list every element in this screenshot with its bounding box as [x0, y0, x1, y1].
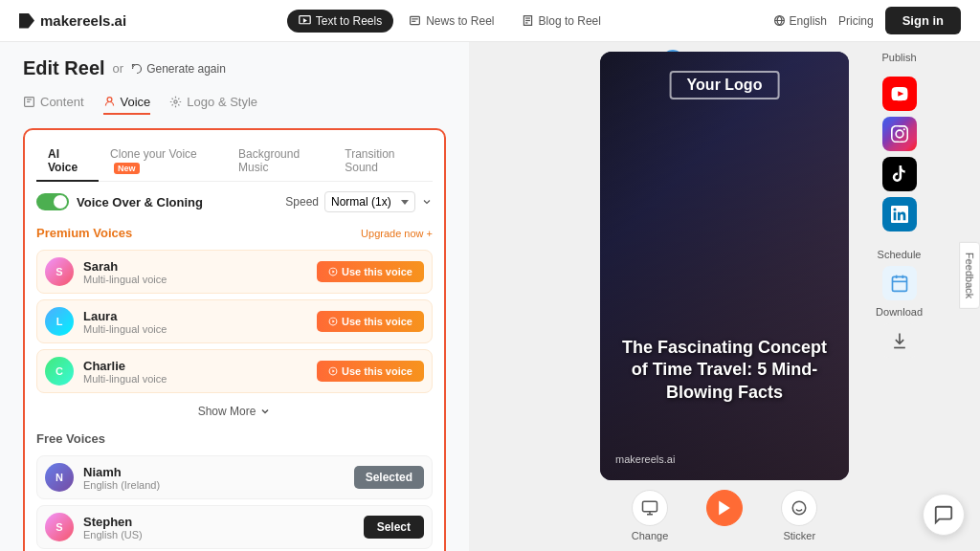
left-panel: Edit Reel or Generate again Content Voic…: [0, 42, 469, 551]
page-title: Edit Reel: [23, 57, 105, 79]
voice-info-niamh: Niamh English (Ireland): [83, 465, 354, 491]
voice-panel: AI Voice Clone your Voice New Background…: [23, 128, 446, 551]
voice-avatar-niamh: N: [45, 463, 74, 492]
tab-content[interactable]: Content: [23, 95, 84, 115]
download-button[interactable]: [882, 323, 917, 358]
publish-instagram-button[interactable]: [882, 117, 917, 151]
voice-avatar-stephen: S: [45, 513, 74, 541]
video-logo: Your Logo: [670, 71, 780, 99]
publish-platforms: [882, 77, 917, 231]
svg-point-11: [107, 98, 112, 102]
schedule-label: Schedule: [878, 249, 922, 260]
logo[interactable]: makereels.ai: [19, 12, 126, 29]
schedule-download-group: Schedule Download: [876, 249, 923, 358]
publish-sidebar: Publish Schedule D: [876, 52, 923, 358]
tab-logo-style-label: Logo & Style: [187, 95, 257, 109]
svg-marker-14: [719, 501, 730, 516]
voice-sub-tabs: AI Voice Clone your Voice New Background…: [36, 142, 433, 182]
voice-over-toggle[interactable]: [36, 193, 69, 210]
signin-button[interactable]: Sign in: [885, 7, 961, 34]
video-watermark: makereels.ai: [615, 453, 675, 465]
voice-item-stephen: S Stephen English (US) Select: [36, 505, 433, 549]
voice-name-niamh: Niamh: [83, 465, 354, 479]
or-label: or: [113, 61, 124, 76]
change-label: Change: [632, 530, 669, 541]
use-voice-sarah-button[interactable]: Use this voice: [317, 261, 424, 282]
speed-wrap: Speed Normal (1x) Slow (0.75x) Fast (1.2…: [285, 191, 433, 212]
edit-header: Edit Reel or Generate again: [23, 57, 446, 79]
sub-tab-background-music[interactable]: Background Music: [227, 142, 333, 182]
sub-tab-transition-sound[interactable]: Transition Sound: [333, 142, 433, 182]
speed-select[interactable]: Normal (1x) Slow (0.75x) Fast (1.25x): [324, 191, 415, 212]
voice-avatar-laura: L: [45, 307, 74, 336]
select-stephen-button[interactable]: Select: [364, 516, 424, 539]
voice-item-sarah: S Sarah Multi-lingual voice Use this voi…: [36, 250, 433, 294]
nav-text-to-reels-label: Text to Reels: [316, 14, 382, 28]
voice-item-niamh: N Niamh English (Ireland) Selected: [36, 455, 433, 499]
logo-icon: [19, 13, 34, 29]
voice-lang-charlie: Multi-lingual voice: [83, 373, 317, 385]
sub-tab-clone-voice[interactable]: Clone your Voice New: [99, 142, 227, 182]
publish-youtube-button[interactable]: [882, 77, 917, 111]
svg-rect-16: [892, 276, 906, 291]
header-nav: Text to Reels News to Reel Blog to Reel: [287, 10, 612, 33]
schedule-button[interactable]: [882, 266, 917, 300]
nav-news-to-reel[interactable]: News to Reel: [397, 10, 505, 33]
sticker-button[interactable]: Sticker: [781, 490, 817, 541]
nav-text-to-reels[interactable]: Text to Reels: [287, 10, 393, 33]
nav-blog-to-reel-label: Blog to Reel: [539, 14, 601, 28]
play-button[interactable]: [706, 490, 743, 541]
tab-logo-style[interactable]: Logo & Style: [169, 95, 257, 115]
change-button[interactable]: Change: [632, 490, 669, 541]
voice-name-charlie: Charlie: [83, 359, 317, 373]
language-label: English: [790, 14, 827, 28]
video-overlay: [600, 52, 849, 480]
voice-lang-stephen: English (US): [83, 529, 364, 540]
right-panel: Your Logo The Fascinating Concept of Tim…: [469, 42, 980, 551]
use-voice-charlie-button[interactable]: Use this voice: [317, 361, 424, 382]
nav-blog-to-reel[interactable]: Blog to Reel: [510, 10, 612, 33]
page-tabs: Content Voice Logo & Style: [23, 95, 446, 115]
publish-linkedin-button[interactable]: [882, 197, 917, 231]
upgrade-now-link[interactable]: Upgrade now +: [361, 228, 433, 239]
pricing-button[interactable]: Pricing: [838, 14, 874, 28]
nav-news-to-reel-label: News to Reel: [426, 14, 494, 28]
sticker-icon: [781, 490, 817, 526]
generate-again-button[interactable]: Generate again: [131, 62, 226, 76]
show-more-premium[interactable]: Show More: [36, 399, 433, 424]
use-voice-laura-button[interactable]: Use this voice: [317, 311, 424, 332]
video-title: The Fascinating Concept of Time Travel: …: [600, 337, 849, 404]
chat-button[interactable]: [923, 494, 965, 536]
publish-label: Publish: [882, 52, 917, 63]
free-voices-section: Free Voices N Niamh English (Ireland) Se…: [36, 431, 433, 551]
select-niamh-button[interactable]: Selected: [354, 466, 424, 489]
voice-name-stephen: Stephen: [83, 515, 364, 529]
svg-rect-13: [642, 501, 657, 512]
download-label: Download: [876, 306, 923, 318]
premium-voices-title: Premium Voices: [36, 226, 132, 240]
svg-point-12: [174, 100, 177, 103]
premium-voices-header: Premium Voices Upgrade now +: [36, 226, 433, 240]
language-button[interactable]: English: [773, 14, 827, 28]
main-layout: Edit Reel or Generate again Content Voic…: [0, 42, 980, 551]
voice-name-sarah: Sarah: [83, 259, 317, 274]
sticker-label: Sticker: [783, 530, 815, 541]
voice-over-row: Voice Over & Cloning Speed Normal (1x) S…: [36, 191, 433, 212]
tab-content-label: Content: [40, 95, 84, 109]
feedback-tab[interactable]: Feedback: [959, 242, 980, 309]
new-badge: New: [114, 163, 140, 174]
generate-again-label: Generate again: [146, 62, 226, 76]
change-icon: [632, 490, 668, 526]
publish-tiktok-button[interactable]: [882, 157, 917, 191]
tab-voice-label: Voice: [121, 95, 151, 109]
sub-tab-ai-voice[interactable]: AI Voice: [36, 142, 99, 182]
logo-text: makereels.ai: [40, 12, 126, 29]
tab-voice[interactable]: Voice: [103, 95, 151, 115]
free-voices-header: Free Voices: [36, 431, 433, 446]
speed-label: Speed: [285, 195, 319, 209]
voice-item-laura: L Laura Multi-lingual voice Use this voi…: [36, 299, 433, 343]
voice-info-charlie: Charlie Multi-lingual voice: [83, 359, 317, 385]
header-right: English Pricing Sign in: [773, 7, 961, 34]
voice-over-label: Voice Over & Cloning: [77, 195, 203, 209]
header: makereels.ai Text to Reels News to Reel …: [0, 0, 980, 42]
